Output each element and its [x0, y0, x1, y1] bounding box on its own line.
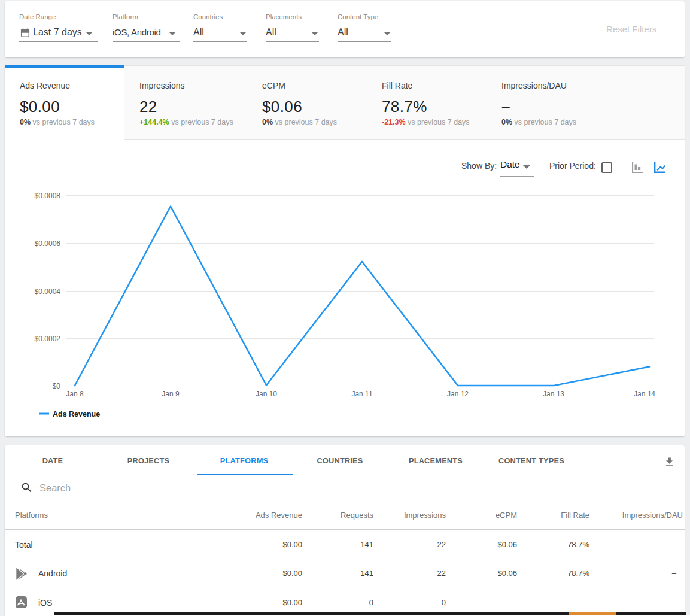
- svg-text:Jan 12: Jan 12: [447, 390, 469, 398]
- svg-text:$0.0004: $0.0004: [35, 287, 61, 296]
- svg-text:Jan 11: Jan 11: [351, 390, 372, 398]
- svg-text:Jan 10: Jan 10: [256, 390, 277, 398]
- svg-text:$0.0002: $0.0002: [35, 335, 61, 343]
- svg-text:Ads Revenue: Ads Revenue: [53, 410, 100, 418]
- svg-text:Jan 8: Jan 8: [66, 390, 84, 398]
- svg-text:Jan 13: Jan 13: [543, 390, 564, 398]
- svg-text:$0.0008: $0.0008: [35, 192, 61, 200]
- svg-text:$0.0006: $0.0006: [35, 239, 61, 248]
- svg-text:Jan 9: Jan 9: [162, 390, 180, 398]
- svg-text:Jan 14: Jan 14: [634, 390, 655, 398]
- svg-text:$0: $0: [53, 382, 61, 390]
